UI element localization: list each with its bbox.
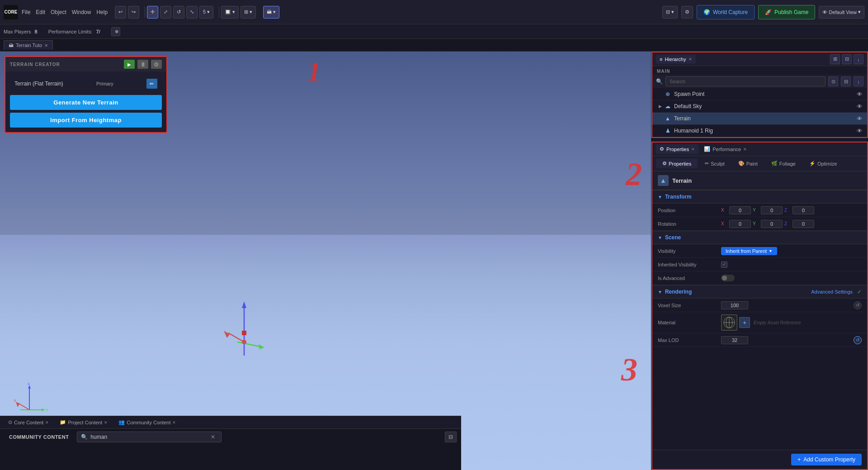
toolbar-undo[interactable]: ↩ bbox=[115, 6, 126, 19]
terrain-tab[interactable]: 🏔 Terrain Tuto ✕ bbox=[4, 40, 53, 50]
perf-icon: 📊 bbox=[704, 146, 710, 152]
sub-tab-sculpt[interactable]: ✏ Sculpt bbox=[698, 159, 731, 168]
terrain-eye[interactable]: 👁 bbox=[857, 115, 863, 122]
hierarchy-collapse-all[interactable]: ↓ bbox=[854, 76, 863, 86]
transform-section-header[interactable]: ▼ Transform bbox=[652, 190, 867, 204]
tc-pause-btn[interactable]: ⏸ bbox=[137, 60, 148, 69]
rot-x-input[interactable] bbox=[729, 220, 751, 228]
toolbar-redo[interactable]: ↪ bbox=[128, 6, 139, 19]
menu-help[interactable]: Help bbox=[96, 9, 108, 15]
sub-tab-properties[interactable]: ⚙ Properties bbox=[656, 159, 698, 168]
menu-object[interactable]: Object bbox=[51, 9, 66, 15]
menu-file[interactable]: File bbox=[22, 9, 30, 15]
rot-y-axis: Y bbox=[753, 221, 759, 226]
publish-game-button[interactable]: 🚀 Publish Game bbox=[758, 5, 815, 19]
terrain-name: Terrain bbox=[674, 115, 857, 122]
material-thumbnail[interactable] bbox=[721, 314, 737, 331]
hierarchy-tab-bar: ≡ Hierarchy ✕ ⊞ ⊟ ↓ bbox=[652, 52, 867, 66]
menu-window[interactable]: Window bbox=[72, 9, 91, 15]
hierarchy-item-sky[interactable]: ▶ ☁ Default Sky 👁 bbox=[652, 100, 867, 113]
hierarchy-search-filter[interactable]: ⊙ bbox=[828, 76, 838, 86]
voxel-reset-btn[interactable]: ↺ bbox=[854, 301, 862, 309]
tc-settings-btn[interactable]: ⚙ bbox=[151, 60, 162, 69]
spawn-eye[interactable]: 👁 bbox=[857, 91, 863, 98]
menu-edit[interactable]: Edit bbox=[36, 9, 45, 15]
sub-tab-foliage[interactable]: 🌿 Foliage bbox=[765, 159, 802, 168]
hierarchy-sort-btn[interactable]: ↓ bbox=[854, 54, 863, 64]
max-lod-input[interactable] bbox=[721, 336, 748, 344]
community-content-tab[interactable]: 👥 Community Content ✕ bbox=[114, 418, 180, 427]
sub-tab-paint[interactable]: 🎨 Paint bbox=[732, 159, 764, 168]
search-clear-icon[interactable]: ✕ bbox=[211, 434, 215, 440]
import-heightmap-btn[interactable]: Import From Heightmap bbox=[10, 113, 162, 128]
expand-sky[interactable]: ▶ bbox=[657, 103, 663, 109]
advanced-settings-link[interactable]: Advanced Settings bbox=[811, 289, 853, 294]
viewport[interactable]: TERRAIN CREATOR ▶ ⏸ ⚙ Terrain (Flat Terr… bbox=[0, 52, 651, 470]
performance-tab[interactable]: 📊 Performance ✕ bbox=[700, 144, 750, 154]
sub-props-label: Properties bbox=[669, 161, 691, 166]
core-content-close[interactable]: ✕ bbox=[45, 420, 49, 425]
pos-y-input[interactable] bbox=[761, 206, 783, 214]
toolbar-snap-btn[interactable]: 🔲 ▾ bbox=[221, 6, 239, 19]
bottom-filter-btn[interactable]: ⊟ bbox=[445, 432, 457, 442]
rig-name: Humanoid 1 Rig bbox=[674, 128, 857, 134]
max-lod-reset-btn[interactable]: ↺ bbox=[854, 336, 862, 344]
terrain-creator-dropdown[interactable]: 🏔 ▾ bbox=[263, 6, 279, 19]
community-search-input[interactable] bbox=[90, 434, 208, 440]
hierarchy-item-rig[interactable]: ♟ Humanoid 1 Rig 👁 bbox=[652, 125, 867, 137]
voxel-size-input[interactable] bbox=[721, 301, 748, 309]
props-sub-tabs: ⚙ Properties ✏ Sculpt 🎨 Paint 🌿 Foliage … bbox=[652, 156, 867, 171]
hierarchy-search-input[interactable] bbox=[665, 76, 826, 86]
hierarchy-search-icon: 🔍 bbox=[656, 78, 663, 85]
toolbar-scale[interactable]: ⤡ bbox=[186, 6, 198, 19]
perf-close[interactable]: ✕ bbox=[743, 147, 747, 152]
inherit-parent-btn[interactable]: Inherit from Parent ▼ bbox=[721, 247, 777, 255]
default-view-btn[interactable]: 👁 Default View ▾ bbox=[819, 6, 864, 19]
world-capture-button[interactable]: 🌍 World Capture bbox=[697, 5, 755, 19]
generate-terrain-btn[interactable]: Generate New Terrain bbox=[10, 95, 162, 110]
perf-info-btn[interactable]: ⊕ bbox=[111, 27, 120, 36]
rendering-arrow: ▼ bbox=[658, 290, 662, 294]
toolbar-move[interactable]: ⤢ bbox=[160, 6, 171, 19]
props-tab[interactable]: ⚙ Properties ✕ bbox=[656, 144, 698, 154]
toolbar-grid-btn[interactable]: ⊞ ▾ bbox=[241, 6, 256, 19]
scene-section-header[interactable]: ▼ Scene bbox=[652, 231, 867, 244]
toolbar-num[interactable]: 5 ▾ bbox=[199, 6, 213, 19]
rendering-section-header[interactable]: ▼ Rendering Advanced Settings ✓ bbox=[652, 285, 867, 299]
inherited-visibility-checkbox[interactable] bbox=[721, 261, 727, 268]
position-row: Position X Y Z bbox=[652, 204, 867, 217]
hierarchy-item-terrain[interactable]: ▲ Terrain 👁 bbox=[652, 113, 867, 125]
community-content-close[interactable]: ✕ bbox=[172, 420, 176, 425]
tc-play-btn[interactable]: ▶ bbox=[124, 60, 135, 69]
hierarchy-item-spawn[interactable]: ⊕ Spawn Point 👁 bbox=[652, 88, 867, 100]
terrain-tab-close[interactable]: ✕ bbox=[44, 43, 48, 48]
is-advanced-toggle[interactable] bbox=[721, 275, 735, 281]
sky-eye[interactable]: 👁 bbox=[857, 103, 863, 110]
settings-btn[interactable]: ⚙ bbox=[681, 6, 693, 19]
rot-z-input[interactable] bbox=[793, 220, 814, 228]
toolbar-rotate[interactable]: ↺ bbox=[173, 6, 184, 19]
transform-arrow: ▼ bbox=[658, 195, 662, 199]
material-add-btn[interactable]: + bbox=[739, 317, 750, 328]
pos-x-input[interactable] bbox=[729, 206, 751, 214]
layout-btn[interactable]: ⊟ ▾ bbox=[662, 6, 678, 19]
toolbar-select[interactable]: ✛ bbox=[147, 6, 158, 19]
hierarchy-close[interactable]: ✕ bbox=[689, 57, 692, 62]
hierarchy-search-sort[interactable]: ⊟ bbox=[841, 76, 851, 86]
rig-eye[interactable]: 👁 bbox=[857, 128, 863, 134]
pos-z-input[interactable] bbox=[793, 206, 814, 214]
hierarchy-filter-btn[interactable]: ⊟ bbox=[842, 54, 852, 64]
project-content-close[interactable]: ✕ bbox=[104, 420, 108, 425]
material-row: Material + Empty Asset R bbox=[652, 312, 867, 333]
rot-y-input[interactable] bbox=[761, 220, 783, 228]
add-custom-property-btn[interactable]: + Add Custom Property bbox=[791, 454, 862, 465]
core-content-tab[interactable]: ⊙ Core Content ✕ bbox=[4, 418, 53, 427]
props-close[interactable]: ✕ bbox=[691, 147, 695, 152]
terrain-tab-label: Terrain Tuto bbox=[16, 43, 42, 48]
hierarchy-tab[interactable]: ≡ Hierarchy ✕ bbox=[656, 55, 696, 64]
tc-edit-btn[interactable]: ✏ bbox=[146, 79, 157, 89]
project-content-tab[interactable]: 📁 Project Content ✕ bbox=[55, 418, 112, 427]
sub-tab-optimize[interactable]: ⚡ Optimize bbox=[803, 159, 843, 168]
props-object-icon: ▲ bbox=[658, 175, 669, 186]
hierarchy-add-btn[interactable]: ⊞ bbox=[830, 54, 840, 64]
